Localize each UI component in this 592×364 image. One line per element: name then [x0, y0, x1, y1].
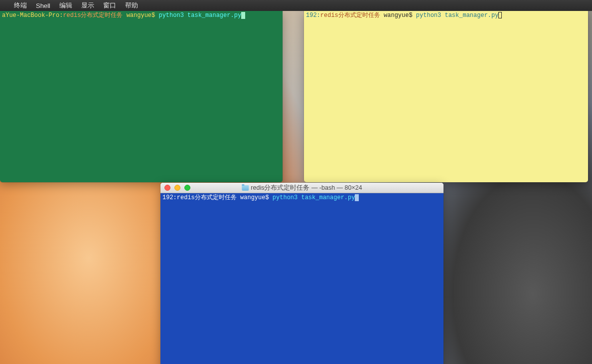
- terminal-body[interactable]: 192:redis分布式定时任务 wangyue$ python3 task_m…: [160, 193, 444, 364]
- terminal-cursor: [355, 194, 359, 201]
- menu-terminal[interactable]: 终端: [14, 1, 27, 10]
- menu-help[interactable]: 帮助: [125, 1, 138, 10]
- folder-icon: [242, 185, 249, 191]
- terminal-cursor: [241, 12, 245, 19]
- prompt-dollar: $: [265, 194, 272, 202]
- menu-window[interactable]: 窗口: [103, 1, 116, 10]
- terminal-command: python3 task_manager.py: [158, 12, 241, 20]
- prompt-user: wangyue: [237, 194, 266, 202]
- prompt-host: 192:: [306, 12, 320, 20]
- prompt-user: wangyue: [123, 12, 151, 20]
- close-button[interactable]: [164, 185, 170, 191]
- prompt-path: redis分布式定时任务: [63, 12, 123, 20]
- terminal-command: python3 task_manager.py: [273, 194, 355, 202]
- window-titlebar[interactable]: redis分布式定时任务 — -bash — 80×24: [160, 183, 444, 193]
- prompt-dollar: $: [151, 12, 158, 20]
- maximize-button[interactable]: [184, 185, 190, 191]
- menu-shell[interactable]: Shell: [36, 2, 50, 9]
- terminal-cursor: [498, 12, 502, 18]
- menu-view[interactable]: 显示: [81, 1, 94, 10]
- macos-menubar: 终端 Shell 编辑 显示 窗口 帮助: [0, 0, 592, 11]
- desktop: aYue-MacBook-Pro:redis分布式定时任务 wangyue$ p…: [0, 11, 592, 364]
- terminal-body[interactable]: aYue-MacBook-Pro:redis分布式定时任务 wangyue$ p…: [0, 11, 283, 182]
- terminal-window-yellow[interactable]: 192:redis分布式定时任务 wangyue$ python3 task_m…: [304, 11, 588, 182]
- prompt-path: redis分布式定时任务: [177, 194, 237, 202]
- prompt-path: redis分布式定时任务: [320, 12, 380, 20]
- prompt-host: 192:: [162, 194, 177, 202]
- prompt-user: wangyue: [380, 12, 409, 20]
- terminal-body[interactable]: 192:redis分布式定时任务 wangyue$ python3 task_m…: [304, 11, 588, 182]
- window-title-text: redis分布式定时任务 — -bash — 80×24: [251, 184, 362, 192]
- window-title: redis分布式定时任务 — -bash — 80×24: [242, 184, 362, 192]
- prompt-dollar: $: [409, 12, 416, 20]
- minimize-button[interactable]: [174, 185, 180, 191]
- menu-edit[interactable]: 编辑: [59, 1, 72, 10]
- traffic-lights: [164, 185, 190, 191]
- terminal-window-blue[interactable]: redis分布式定时任务 — -bash — 80×24 192:redis分布…: [160, 183, 444, 364]
- terminal-window-green[interactable]: aYue-MacBook-Pro:redis分布式定时任务 wangyue$ p…: [0, 11, 283, 182]
- prompt-host: aYue-MacBook-Pro:: [2, 12, 63, 20]
- terminal-command: python3 task_manager.py: [416, 12, 499, 20]
